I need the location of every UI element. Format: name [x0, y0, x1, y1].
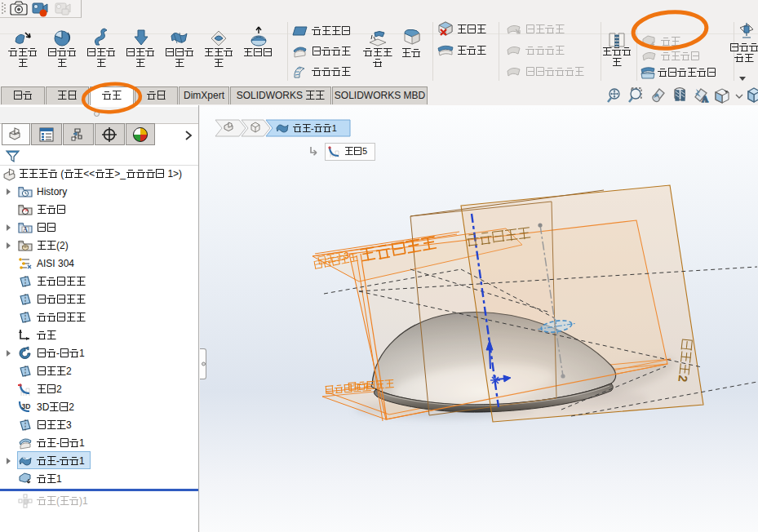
svg-text:3D: 3D [22, 402, 31, 410]
svg-text:A: A [702, 94, 708, 104]
svg-text:A: A [23, 226, 28, 233]
